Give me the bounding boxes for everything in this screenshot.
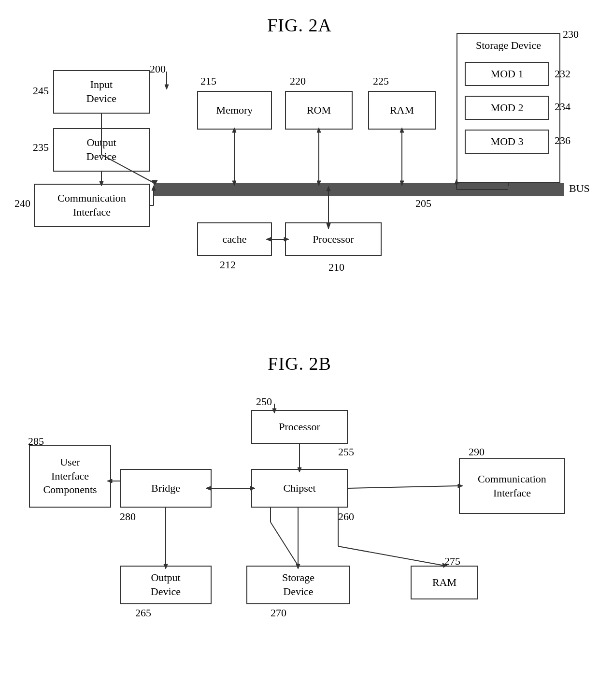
svg-line-39 [348,486,459,488]
box-chipset: Chipset [251,469,348,508]
box-memory: Memory [197,91,272,130]
box-storage-device-2b: Storage Device [246,566,350,604]
fig2a-section: FIG. 2A 200 Input Device Output Device C… [0,0,599,329]
box-bridge: Bridge [120,469,212,508]
box-ram: RAM [368,91,436,130]
label-205: 205 [415,197,431,210]
label-245: 245 [33,85,49,97]
label-225: 225 [373,75,389,88]
box-ram-2b: RAM [411,566,478,599]
label-235: 235 [33,141,49,154]
label-210: 210 [328,261,344,274]
page: FIG. 2A 200 Input Device Output Device C… [0,0,599,700]
box-ui-components: User Interface Components [29,445,111,508]
box-processor-2a: Processor [285,222,382,256]
label-260: 260 [338,510,354,523]
box-output-device: Output Device [53,128,150,172]
box-processor-2b: Processor [251,410,348,444]
box-rom: ROM [285,91,353,130]
bus-bar [154,183,564,196]
box-input-device: Input Device [53,70,150,114]
fig2b-arrows [0,338,599,700]
label-255: 255 [338,446,354,458]
label-220: 220 [290,75,306,88]
label-232: 232 [555,68,570,80]
label-240: 240 [14,197,30,210]
fig2b-title: FIG. 2B [0,353,599,374]
box-mod2: MOD 2 [465,96,549,120]
svg-marker-1 [165,85,169,89]
label-275: 275 [444,555,460,568]
label-200: 200 [150,63,166,75]
label-280: 280 [120,510,136,523]
box-comm-interface: Communication Interface [34,184,150,227]
label-285: 285 [28,435,44,448]
label-236: 236 [555,134,570,147]
storage-label: Storage Device [461,39,556,53]
svg-line-46 [338,546,444,566]
label-215: 215 [200,75,216,88]
label-250: 250 [256,395,272,408]
box-mod1: MOD 1 [465,62,549,86]
box-output-device-2b: Output Device [120,566,212,604]
svg-line-49 [271,522,298,566]
label-265: 265 [135,607,151,619]
box-mod3: MOD 3 [465,130,549,154]
bus-label: BUS [569,182,590,195]
fig2b-section: FIG. 2B 250 Processor 255 Chipset 260 Br… [0,338,599,700]
label-290: 290 [469,446,485,458]
box-comm-interface-2b: Communication Interface [459,458,565,514]
label-212: 212 [220,259,236,271]
label-230: 230 [563,28,579,41]
label-234: 234 [555,101,570,113]
box-cache: cache [197,222,272,256]
label-270: 270 [271,607,286,619]
